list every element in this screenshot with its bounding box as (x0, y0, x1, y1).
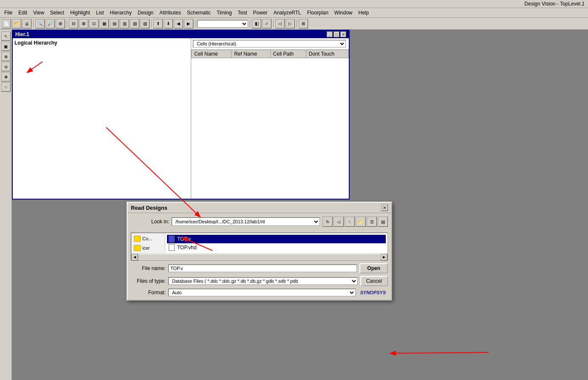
tool-zoom2[interactable]: ⊖ (1, 62, 11, 71)
zoom-fit-button[interactable]: ⊞ (56, 19, 65, 28)
hier-minimize[interactable]: _ (327, 31, 333, 37)
zoom-in-button[interactable]: 🔍 (35, 19, 45, 28)
logical-hierarchy-label: Logical Hierarchy (14, 40, 189, 46)
file-icon-topv (169, 236, 175, 242)
hier-window: Hier.1 _ □ ✕ Logical Hierarchy Cells (Hi… (12, 30, 350, 200)
left-panel: ↖ ▣ ⊕ ⊖ ✥ ☜ (0, 30, 12, 380)
tb-btn2[interactable]: ⊠ (79, 19, 88, 28)
scroll-track[interactable] (138, 254, 381, 260)
look-in-nav: ↻ ◁ ↑ 📁 ☰ ▤ (322, 217, 388, 227)
menu-edit[interactable]: Edit (16, 9, 30, 17)
open-button[interactable]: Open (359, 263, 388, 273)
tool-select[interactable]: ▣ (1, 42, 11, 51)
sidebar-label-co: Co... (142, 236, 152, 241)
menu-file[interactable]: File (2, 9, 15, 17)
tb-extra4[interactable]: ▷ (286, 19, 295, 28)
tb-arrow-up[interactable]: ⬆ (153, 19, 163, 28)
files-of-type-dropdown[interactable]: Database Files ( *.ddc *.ddc.gz *.db *.d… (168, 277, 358, 285)
title-bar: Design Vision - TopLevel.1 (0, 0, 588, 8)
tb-arrow-dn[interactable]: ⬇ (164, 19, 173, 28)
new-button[interactable]: 📄 (2, 19, 11, 28)
menu-view[interactable]: View (31, 9, 47, 17)
sidebar-item-co[interactable]: Co... (133, 235, 163, 242)
format-dropdown[interactable]: Auto (168, 289, 356, 296)
nav-new-folder[interactable]: 📁 (356, 217, 366, 227)
nav-up[interactable]: ↑ (345, 217, 355, 227)
menu-attributes[interactable]: Attributes (157, 9, 184, 17)
menu-select[interactable]: Select (48, 9, 67, 17)
nav-back[interactable]: ◁ (334, 217, 344, 227)
col-cell-path: Cell Path (270, 50, 306, 58)
tb-btn7[interactable]: ▧ (130, 19, 139, 28)
app-title: Design Vision - TopLevel.1 (524, 1, 585, 7)
hier-maximize[interactable]: □ (334, 31, 339, 37)
file-hscroll: ◀ ▶ (131, 253, 387, 260)
hier-right-panel: Cells (Hierarchical) Cell Name Ref Name … (191, 38, 349, 199)
menu-schematic[interactable]: Schematic (184, 9, 213, 17)
toolbar: 📄 📂 🖨 🔍 🔎 ⊞ ⊟ ⊠ ⊡ ▦ ▤ ▥ ▧ ▨ ⬆ ⬇ ◀ ▶ ◧ ✓ … (0, 18, 588, 30)
menu-window[interactable]: Window (332, 9, 355, 17)
menu-analyzertl[interactable]: AnalyzeRTL (271, 9, 304, 17)
menu-power[interactable]: Power (251, 9, 270, 17)
tool-arrow[interactable]: ↖ (1, 31, 11, 41)
file-browser-wrapper: Co... icer TOP.v TOP.vhd (131, 233, 388, 261)
scroll-right[interactable]: ▶ (381, 254, 387, 261)
files-of-type-label: Files of type: (131, 278, 166, 284)
hier-close[interactable]: ✕ (340, 31, 346, 37)
tb-arrow-l[interactable]: ◀ (174, 19, 183, 28)
open-button[interactable]: 📂 (12, 19, 21, 28)
tb-extra1[interactable]: ◧ (252, 19, 261, 28)
nav-detail-view[interactable]: ▤ (378, 217, 388, 227)
filename-input[interactable] (168, 265, 357, 272)
tool-pan[interactable]: ✥ (1, 72, 11, 82)
zoom-out-button[interactable]: 🔎 (45, 19, 55, 28)
tool-hand[interactable]: ☜ (1, 82, 11, 92)
tb-extra2[interactable]: ✓ (262, 19, 271, 28)
hier-left-panel: Logical Hierarchy (13, 38, 191, 199)
menu-highlight[interactable]: Highlight (68, 9, 93, 17)
menu-list[interactable]: List (93, 9, 107, 17)
dialog-body: Look in: /home/icer/Desktop/l.../DC_2013… (127, 213, 391, 233)
dialog-close-button[interactable]: ✕ (381, 204, 388, 211)
col-cell-name: Cell Name (192, 50, 232, 58)
cancel-button[interactable]: Cancel (360, 276, 388, 286)
tb-extra5[interactable]: ⊞ (299, 19, 308, 28)
nav-list-view[interactable]: ☰ (367, 217, 377, 227)
menu-bar: File Edit View Select Highlight List Hie… (0, 8, 588, 18)
file-sidebar: Co... icer (131, 233, 165, 253)
tb-btn1[interactable]: ⊟ (69, 19, 78, 28)
tb-btn5[interactable]: ▤ (110, 19, 119, 28)
menu-test[interactable]: Test (235, 9, 250, 17)
menu-help[interactable]: Help (356, 9, 372, 17)
toolbar-dropdown[interactable] (197, 20, 248, 28)
hier-controls: _ □ ✕ (327, 31, 346, 37)
hier-title: Hier.1 (15, 31, 29, 37)
look-in-label: Look in: (131, 219, 169, 225)
tool-zoom[interactable]: ⊕ (1, 52, 11, 61)
tb-btn8[interactable]: ▨ (140, 19, 150, 28)
tb-btn3[interactable]: ⊡ (89, 19, 99, 28)
menu-timing[interactable]: Timing (214, 9, 235, 17)
menu-hierarchy[interactable]: Hierarchy (107, 9, 134, 17)
look-in-row: Look in: /home/icer/Desktop/l.../DC_2013… (131, 217, 388, 227)
cells-dropdown[interactable]: Cells (Hierarchical) (193, 40, 346, 48)
format-row: Format: Auto SYNOPSYS (131, 289, 388, 296)
tb-arrow-r[interactable]: ▶ (184, 19, 193, 28)
menu-floorplan[interactable]: Floorplan (305, 9, 331, 17)
sidebar-item-icer[interactable]: icer (133, 244, 163, 252)
hier-titlebar: Hier.1 _ □ ✕ (13, 31, 349, 38)
tb-extra3[interactable]: ◁ (275, 19, 285, 28)
file-name-topv: TOP.v (177, 236, 191, 242)
tb-btn6[interactable]: ▥ (120, 19, 129, 28)
print-button[interactable]: 🖨 (22, 19, 31, 28)
menu-design[interactable]: Design (135, 9, 156, 17)
svg-line-3 (391, 352, 489, 353)
file-item-topv[interactable]: TOP.v (167, 235, 386, 243)
scroll-left[interactable]: ◀ (131, 254, 138, 261)
file-item-topvhd[interactable]: TOP.vhd (167, 243, 386, 252)
dialog-title: Read Designs (131, 205, 167, 211)
format-label: Format: (131, 290, 166, 296)
tb-btn4[interactable]: ▦ (99, 19, 109, 28)
look-in-dropdown[interactable]: /home/icer/Desktop/l.../DC_2013.12/lab1/… (172, 217, 320, 226)
nav-refresh[interactable]: ↻ (322, 217, 333, 227)
